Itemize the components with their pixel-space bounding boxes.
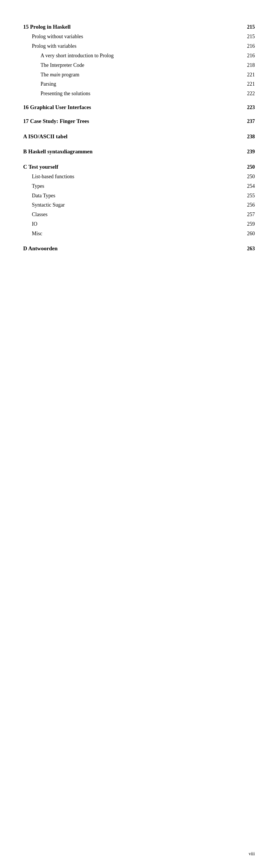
toc-entry-ch15-s4: The Interpreter Code 218 — [23, 61, 255, 69]
toc-entry-ch15-s6: Parsing 221 — [23, 80, 255, 88]
toc-label: Presenting the solutions — [40, 89, 244, 98]
toc-label: A very short introduction to Prolog — [40, 52, 244, 60]
toc-label: 17 Case Study: Finger Trees — [23, 117, 244, 126]
toc-page: 257 — [247, 210, 255, 219]
toc-label: Types — [32, 182, 244, 190]
toc-page: 254 — [247, 182, 255, 190]
toc-entry-appC-s7: Misc 260 — [23, 229, 255, 238]
toc-page: 250 — [247, 163, 255, 171]
toc-page: 255 — [247, 191, 255, 200]
toc-label: List-based functions — [32, 173, 244, 181]
toc-label: Classes — [32, 210, 244, 219]
italic-main: main — [50, 72, 60, 78]
page-footer: viii — [249, 851, 255, 857]
toc-label: Syntactic Sugar — [32, 201, 244, 209]
toc-page: 216 — [247, 52, 255, 60]
toc-label: The main program — [40, 71, 244, 79]
toc-entry-appC-s5: Classes 257 — [23, 210, 255, 219]
toc-entry-ch15-s1: Prolog without variables 215 — [23, 32, 255, 41]
toc-label: C Test yourself — [23, 163, 244, 171]
toc-label: Misc — [32, 229, 244, 238]
toc-page: 256 — [247, 201, 255, 209]
toc-entry-appA: A ISO/ASCII tabel 238 — [23, 132, 255, 141]
toc-page: 263 — [247, 245, 255, 253]
toc-page: 259 — [247, 220, 255, 228]
toc-label: Parsing — [40, 80, 244, 88]
toc-page: 237 — [247, 117, 255, 126]
page-content: 15 Prolog in Haskell 215 Prolog without … — [0, 0, 278, 277]
toc-page: 216 — [247, 42, 255, 50]
toc-entry-appC-s2: Types 254 — [23, 182, 255, 190]
page-number: viii — [249, 851, 255, 856]
toc-entry-appC-s4: Syntactic Sugar 256 — [23, 201, 255, 209]
toc-page: 221 — [247, 71, 255, 79]
toc-page: 239 — [247, 148, 255, 156]
toc-page: 221 — [247, 80, 255, 88]
toc-label: 16 Graphical User Interfaces — [23, 103, 244, 112]
toc-label: Data Types — [32, 191, 244, 200]
toc-label: B Haskell syntaxdiagrammen — [23, 147, 244, 156]
toc-entry-ch15: 15 Prolog in Haskell 215 — [23, 23, 255, 31]
toc-label: Prolog without variables — [32, 32, 244, 41]
toc-page: 238 — [247, 132, 255, 141]
toc-label: D Antwoorden — [23, 244, 244, 253]
toc-page: 215 — [247, 23, 255, 31]
toc-entry-ch15-s5: The main program 221 — [23, 71, 255, 79]
toc-entry-ch15-s2: Prolog with variables 216 — [23, 42, 255, 50]
toc-page: 215 — [247, 32, 255, 41]
toc-entry-ch16: 16 Graphical User Interfaces 223 — [23, 103, 255, 112]
toc-page: 222 — [247, 89, 255, 98]
toc-label: 15 Prolog in Haskell — [23, 23, 244, 31]
toc-label: Prolog with variables — [32, 42, 244, 50]
toc-page: 223 — [247, 103, 255, 112]
toc-entry-appC-s3: Data Types 255 — [23, 191, 255, 200]
toc-entry-appC: C Test yourself 250 — [23, 163, 255, 171]
toc-entry-appC-s6: IO 259 — [23, 220, 255, 228]
toc-label: The Interpreter Code — [40, 61, 244, 69]
toc-entry-appB: B Haskell syntaxdiagrammen 239 — [23, 147, 255, 156]
toc-page: 218 — [247, 61, 255, 69]
toc-entry-appC-s1: List-based functions 250 — [23, 173, 255, 181]
toc-entry-ch15-s3: A very short introduction to Prolog 216 — [23, 52, 255, 60]
toc-page: 260 — [247, 229, 255, 238]
toc-page: 250 — [247, 173, 255, 181]
toc-label: IO — [32, 220, 244, 228]
toc-label: A ISO/ASCII tabel — [23, 132, 244, 141]
toc-entry-ch15-s7: Presenting the solutions 222 — [23, 89, 255, 98]
toc-entry-ch17: 17 Case Study: Finger Trees 237 — [23, 117, 255, 126]
toc-entry-appD: D Antwoorden 263 — [23, 244, 255, 253]
